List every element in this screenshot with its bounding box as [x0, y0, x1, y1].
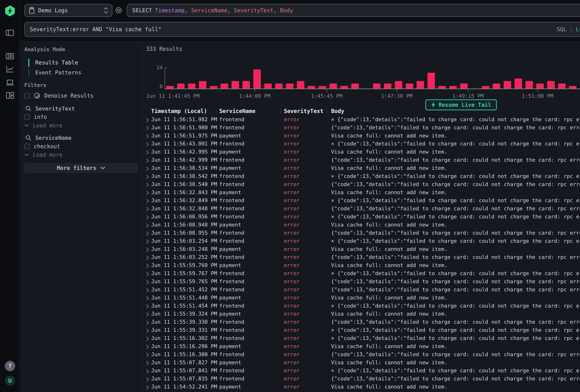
app-logo[interactable] [0, 5, 20, 16]
expand-chevron-icon[interactable] [146, 199, 149, 204]
expand-chevron-icon[interactable] [146, 190, 149, 195]
expand-chevron-icon[interactable] [146, 247, 149, 252]
histogram-bar[interactable] [253, 69, 261, 89]
expand-chevron-icon[interactable] [146, 134, 149, 139]
expand-chevron-icon[interactable] [146, 320, 149, 325]
checkout-checkbox[interactable] [24, 143, 30, 149]
mode-results-table[interactable]: Results Table [28, 58, 78, 67]
results-histogram[interactable]: 240Jun 11 1:41:45 PM1:44:00 PM1:45:45 PM… [143, 52, 580, 102]
log-row[interactable]: Jun 11 1:56:32.848 PMfrontenderror{"code… [143, 205, 580, 213]
histogram-bar[interactable] [460, 84, 468, 89]
log-row[interactable]: Jun 11 1:56:51.975 PMpaymenterrorVisa ca… [143, 132, 580, 140]
log-row[interactable]: Jun 11 1:55:16.302 PMfrontenderror× {"co… [143, 335, 580, 343]
histogram-bar[interactable] [384, 84, 391, 89]
expand-chevron-icon[interactable] [146, 142, 149, 147]
info-checkbox[interactable] [24, 114, 30, 120]
col-severitytext[interactable]: SeverityText [284, 108, 323, 114]
log-row[interactable]: Jun 11 1:56:38.540 PMfrontenderror{"code… [143, 181, 580, 189]
log-row[interactable]: Jun 11 1:55:39.324 PMpaymenterrorVisa ca… [143, 310, 580, 318]
expand-chevron-icon[interactable] [146, 174, 149, 179]
user-avatar[interactable]: U [0, 376, 20, 386]
histogram-bar[interactable] [406, 84, 413, 89]
expand-chevron-icon[interactable] [146, 353, 149, 357]
histogram-bar[interactable] [329, 84, 337, 89]
histogram-bar[interactable] [188, 84, 195, 89]
col-servicename[interactable]: ServiceName [219, 108, 255, 114]
expand-chevron-icon[interactable] [146, 296, 149, 301]
histogram-bar[interactable] [286, 84, 293, 89]
log-row[interactable]: Jun 11 1:55:16.300 PMfrontenderror{"code… [143, 351, 580, 359]
log-row[interactable]: Jun 11 1:55:07.835 PMfrontenderror{"code… [143, 375, 580, 383]
expand-chevron-icon[interactable] [146, 280, 149, 285]
histogram-bar[interactable] [558, 84, 566, 89]
histogram-bar[interactable] [351, 84, 359, 89]
log-row[interactable]: Jun 11 1:55:07.841 PMfrontenderror× {"co… [143, 367, 580, 375]
nav-dashboards[interactable] [0, 91, 20, 100]
expand-chevron-icon[interactable] [146, 385, 149, 390]
expand-chevron-icon[interactable] [146, 255, 149, 260]
log-row[interactable]: Jun 11 1:56:03.248 PMpaymenterrorVisa ca… [143, 246, 580, 254]
log-row[interactable]: Jun 11 1:56:51.980 PMfrontenderror{"code… [143, 124, 580, 132]
mode-event-patterns[interactable]: Event Patterns [28, 68, 81, 77]
histogram-bar[interactable] [275, 84, 283, 89]
column-resize-handle[interactable]: ⋮ [213, 108, 219, 114]
log-row[interactable]: Jun 11 1:56:32.849 PMfrontenderror× {"co… [143, 197, 580, 205]
log-row[interactable]: Jun 11 1:56:08.955 PMfrontenderror{"code… [143, 229, 580, 237]
histogram-bar[interactable] [166, 86, 174, 88]
histogram-bar[interactable] [515, 79, 522, 89]
expand-chevron-icon[interactable] [146, 377, 149, 382]
col-body[interactable]: Body [331, 108, 344, 114]
histogram-bar[interactable] [308, 86, 315, 88]
log-row[interactable]: Jun 11 1:56:38.542 PMfrontenderror× {"co… [143, 173, 580, 181]
histogram-bar[interactable] [438, 86, 446, 88]
help-button[interactable]: ? [0, 361, 20, 371]
log-row[interactable]: Jun 11 1:55:59.765 PMfrontenderror{"code… [143, 278, 580, 286]
load-more-severitytext[interactable]: Load more [24, 122, 62, 129]
expand-chevron-icon[interactable] [146, 239, 149, 244]
expand-chevron-icon[interactable] [146, 271, 149, 276]
expand-chevron-icon[interactable] [146, 361, 149, 366]
histogram-bar[interactable] [373, 84, 381, 89]
expand-chevron-icon[interactable] [146, 166, 149, 171]
mode-toggle-lucene[interactable]: Lucene [576, 26, 580, 32]
expand-chevron-icon[interactable] [146, 223, 149, 228]
log-row[interactable]: Jun 11 1:55:07.827 PMpaymenterrorVisa ca… [143, 359, 580, 367]
source-select[interactable]: Demo Logs [24, 4, 112, 17]
denoise-label[interactable]: Denoise Results [44, 92, 94, 99]
histogram-bar[interactable] [493, 84, 500, 89]
histogram-bar[interactable] [264, 84, 272, 89]
expand-chevron-icon[interactable] [146, 207, 149, 212]
log-row[interactable]: Jun 11 1:55:51.448 PMpaymenterrorVisa ca… [143, 294, 580, 302]
histogram-bar[interactable] [297, 81, 304, 89]
log-row[interactable]: Jun 11 1:55:39.330 PMfrontenderror{"code… [143, 318, 580, 326]
log-row[interactable]: Jun 11 1:55:51.454 PMfrontenderror× {"co… [143, 302, 580, 310]
select-query-input[interactable]: SELECT Timestamp, ServiceName, SeverityT… [127, 4, 580, 17]
histogram-bar[interactable] [569, 86, 577, 88]
mode-toggle-sql[interactable]: SQL [557, 26, 567, 32]
more-filters-button[interactable]: More filters [24, 163, 138, 173]
expand-chevron-icon[interactable] [146, 126, 149, 131]
filter-group-severitytext[interactable]: SeverityText [25, 105, 75, 112]
search-query-input[interactable]: SeverityText:error AND "Visa cache full"… [24, 22, 580, 37]
histogram-bar[interactable] [395, 81, 402, 89]
expand-chevron-icon[interactable] [146, 336, 149, 341]
expand-chevron-icon[interactable] [146, 304, 149, 309]
histogram-bar[interactable] [536, 84, 544, 89]
log-row[interactable]: Jun 11 1:56:32.843 PMpaymenterrorVisa ca… [143, 189, 580, 197]
histogram-bar[interactable] [232, 81, 239, 89]
log-row[interactable]: Jun 11 1:55:59.760 PMpaymenterrorVisa ca… [143, 262, 580, 270]
source-settings-button[interactable] [115, 6, 122, 14]
histogram-bar[interactable] [417, 81, 424, 89]
histogram-bar[interactable] [340, 86, 348, 88]
log-row[interactable]: Jun 11 1:55:51.452 PMfrontenderror{"code… [143, 286, 580, 294]
expand-chevron-icon[interactable] [146, 263, 149, 268]
nav-chart-explorer[interactable] [0, 65, 20, 74]
col-timestamp[interactable]: Timestamp (Local) [151, 108, 207, 114]
log-row[interactable]: Jun 11 1:56:42.995 PMpaymenterrorVisa ca… [143, 148, 580, 156]
expand-chevron-icon[interactable] [146, 231, 149, 236]
log-row[interactable]: Jun 11 1:56:43.001 PMfrontenderror× {"co… [143, 140, 580, 148]
expand-chevron-icon[interactable] [146, 215, 149, 220]
log-row[interactable]: Jun 11 1:56:08.948 PMpaymenterrorVisa ca… [143, 221, 580, 229]
histogram-bar[interactable] [526, 81, 533, 89]
log-row[interactable]: Jun 11 1:54:52.241 PMpaymenterrorVisa ca… [143, 383, 580, 391]
